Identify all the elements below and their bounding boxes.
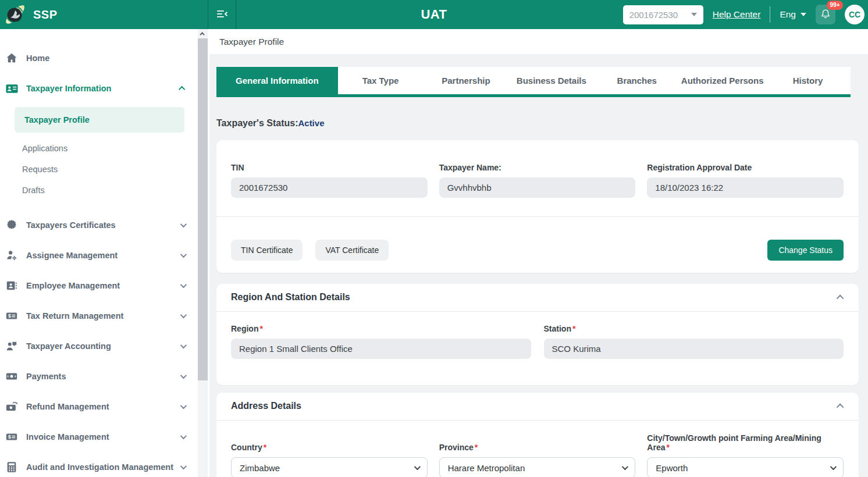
- scrollbar-up-arrow[interactable]: [198, 29, 208, 38]
- sidebar-item-employee-management[interactable]: Employee Management: [0, 270, 197, 301]
- collapse-section-icon[interactable]: [837, 403, 844, 411]
- tin-selector[interactable]: 2001672530: [623, 5, 703, 24]
- sidebar-item-home[interactable]: Home: [0, 43, 197, 73]
- cash-icon: [5, 369, 19, 383]
- address-details-card: Address Details Country* Zimbabwe P: [216, 393, 859, 477]
- app-root: SSP UAT 2001672530 Help Center: [0, 0, 868, 477]
- sidebar-item-label: Taxpayer Accounting: [26, 341, 111, 351]
- tin-selector-value: 2001672530: [629, 10, 691, 20]
- country-select[interactable]: Zimbabwe: [231, 457, 428, 477]
- notification-badge: 99+: [827, 1, 843, 10]
- person-ledger-icon: [5, 339, 19, 353]
- province-select[interactable]: Harare Metropolitan: [439, 457, 636, 477]
- general-info-card: TIN 2001672530 Taxpayer Name: Gvvhhvbhb …: [216, 140, 859, 273]
- app-logo-icon: [2, 2, 28, 27]
- scrollbar-thumb[interactable]: [198, 38, 208, 380]
- sidebar-collapse-button[interactable]: [208, 0, 236, 29]
- sidebar-item-audit-investigation-management[interactable]: Audit and Investigation Management: [0, 452, 197, 477]
- tab-partnership[interactable]: Partnership: [424, 67, 509, 94]
- certificate-icon: [5, 218, 19, 232]
- page-title: Taxpayer Profile: [219, 37, 284, 47]
- home-icon: [5, 51, 19, 65]
- sidebar-item-payments[interactable]: Payments: [0, 361, 197, 391]
- region-field: Region* Region 1 Small Clients Office: [231, 324, 531, 359]
- svg-text:$: $: [8, 313, 11, 319]
- banknote-icon: $: [5, 309, 19, 323]
- sidebar-item-applications[interactable]: Applications: [0, 138, 197, 159]
- person-gear-icon: [5, 248, 19, 262]
- sidebar-item-taxpayers-certificates[interactable]: Taxpayers Certificates: [0, 210, 197, 240]
- region-station-card: Region And Station Details Region* Regio…: [216, 284, 859, 385]
- brand[interactable]: SSP: [0, 0, 208, 29]
- sidebar-item-drafts[interactable]: Drafts: [0, 180, 197, 201]
- country-label: Country*: [231, 443, 428, 453]
- required-asterisk: *: [264, 443, 266, 452]
- taxpayer-name-input: Gvvhhvbhb: [439, 177, 636, 198]
- tin-certificate-button[interactable]: TIN Certificate: [231, 240, 303, 261]
- required-asterisk: *: [475, 443, 478, 452]
- sidebar-item-taxpayer-information[interactable]: Taxpayer Information: [0, 73, 197, 104]
- help-center-link[interactable]: Help Center: [713, 9, 761, 20]
- region-input: Region 1 Small Clients Office: [231, 339, 531, 359]
- city-select-value: Epworth: [656, 463, 688, 473]
- chevron-down-icon: [180, 342, 187, 348]
- country-select-value: Zimbabwe: [240, 463, 280, 473]
- sidebar-item-requests[interactable]: Requests: [0, 159, 197, 180]
- cash-refund-icon: [5, 400, 19, 414]
- province-field: Province* Harare Metropolitan: [439, 443, 636, 477]
- city-select[interactable]: Epworth: [647, 457, 844, 477]
- chevron-down-icon: [180, 312, 187, 318]
- sidebar-item-taxpayer-accounting[interactable]: Taxpayer Accounting: [0, 331, 197, 361]
- tab-branches[interactable]: Branches: [594, 67, 680, 94]
- sidebar-item-taxpayer-profile[interactable]: Taxpayer Profile: [15, 107, 184, 133]
- app-name: SSP: [33, 8, 58, 22]
- chevron-down-icon: [622, 464, 628, 470]
- taxpayer-status-line: Taxpayer's Status:Active: [216, 118, 859, 129]
- registration-approval-date-field: Registration Approval Date 18/10/2023 16…: [647, 163, 844, 198]
- app-header: SSP UAT 2001672530 Help Center: [0, 0, 868, 29]
- registration-approval-date-label: Registration Approval Date: [647, 163, 844, 173]
- change-status-button[interactable]: Change Status: [767, 240, 844, 261]
- tin-input: 2001672530: [231, 177, 428, 198]
- chevron-down-icon: [180, 403, 187, 409]
- sidebar-item-refund-management[interactable]: Refund Management: [0, 391, 197, 422]
- region-label: Region*: [231, 324, 531, 334]
- menu-fold-icon: [215, 7, 229, 23]
- vat-certificate-button[interactable]: VAT Certificate: [315, 240, 389, 261]
- chevron-down-icon: [180, 372, 187, 379]
- section-title: Address Details: [231, 401, 301, 411]
- environment-title: UAT: [421, 7, 447, 22]
- tab-authorized-persons[interactable]: Authorized Persons: [680, 67, 765, 94]
- city-label: City/Town/Growth point Farming Area/Mini…: [647, 433, 844, 453]
- city-field: City/Town/Growth point Farming Area/Mini…: [647, 433, 844, 477]
- taxpayer-status-value: Active: [298, 118, 324, 128]
- sidebar-item-assignee-management[interactable]: Assignee Management: [0, 240, 197, 270]
- sidebar-scrollbar[interactable]: [198, 29, 208, 477]
- main-area: Taxpayer Profile General Information Tax…: [209, 29, 868, 477]
- header-divider: [236, 0, 236, 29]
- language-selector[interactable]: Eng: [780, 9, 806, 20]
- tin-label: TIN: [231, 163, 428, 173]
- required-asterisk: *: [666, 443, 669, 452]
- sidebar-item-invoice-management[interactable]: $ Invoice Management: [0, 422, 197, 452]
- tab-business-details[interactable]: Business Details: [508, 67, 594, 94]
- collapse-section-icon[interactable]: [837, 294, 844, 302]
- breadcrumb: Taxpayer Profile: [209, 29, 868, 54]
- user-avatar[interactable]: CC: [845, 5, 865, 24]
- chevron-down-icon: [414, 464, 420, 470]
- tin-field: TIN 2001672530: [231, 163, 428, 198]
- taxpayer-status-label: Taxpayer's Status:: [216, 118, 298, 128]
- notifications-button[interactable]: 99+: [816, 5, 835, 24]
- id-card-icon: [5, 81, 19, 95]
- sidebar-item-label: Taxpayer Information: [26, 84, 111, 94]
- sidebar-item-label: Invoice Management: [26, 432, 109, 442]
- sidebar-item-tax-return-management[interactable]: $ Tax Return Management: [0, 301, 197, 331]
- sidebar-item-label: Payments: [26, 372, 66, 382]
- profile-tabbar: General Information Tax Type Partnership…: [216, 67, 851, 97]
- section-title: Region And Station Details: [231, 292, 350, 302]
- tab-tax-type[interactable]: Tax Type: [338, 67, 424, 94]
- chevron-down-icon: [830, 464, 837, 470]
- taxpayer-name-label: Taxpayer Name:: [439, 163, 636, 173]
- tab-history[interactable]: History: [765, 67, 851, 94]
- tab-general-information[interactable]: General Information: [216, 67, 338, 94]
